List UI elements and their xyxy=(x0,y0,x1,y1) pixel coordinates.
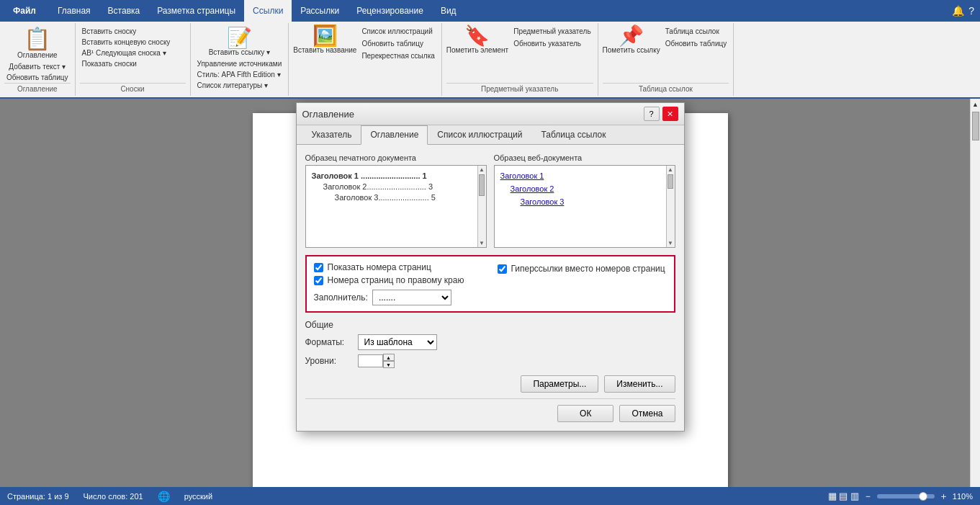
print-preview-h1: Заголовок 1 ........................... … xyxy=(312,171,480,180)
dialog-tabs: Указатель Оглавление Список иллюстраций … xyxy=(297,125,684,145)
parameters-button[interactable]: Параметры... xyxy=(521,375,598,393)
dialog-close-button[interactable]: ✕ xyxy=(662,107,678,121)
ribbon: Файл Главная Вставка Разметка страницы С… xyxy=(0,0,980,99)
scroll-up-arrow[interactable]: ▲ xyxy=(970,99,980,110)
ribbon-group-toc: 📋 Оглавление Добавить текст ▾ Обновить т… xyxy=(0,23,76,96)
tab-insert[interactable]: Вставка xyxy=(99,0,149,22)
status-right: ▦ ▤ ▥ － ＋ 110% xyxy=(828,490,973,503)
update-table-captions-button[interactable]: Обновить таблицу xyxy=(359,38,436,49)
dialog-tab-index[interactable]: Указатель xyxy=(302,125,361,144)
levels-input[interactable]: 3 xyxy=(358,354,383,367)
tab-view[interactable]: Вид xyxy=(432,0,465,22)
view-icons[interactable]: ▦ ▤ ▥ xyxy=(828,491,859,501)
next-footnote-button[interactable]: AB¹ Следующая сноска ▾ xyxy=(80,48,186,58)
list-illustrations-button[interactable]: Список иллюстраций xyxy=(359,26,436,37)
ribbon-content: 📋 Оглавление Добавить текст ▾ Обновить т… xyxy=(0,22,980,99)
bibliography-button[interactable]: Список литературы ▾ xyxy=(195,80,284,91)
ribbon-group-toc-label: Оглавление xyxy=(4,83,71,93)
scroll-thumb[interactable] xyxy=(972,112,979,140)
main-area: Оглавление Заголовок....................… xyxy=(0,99,980,499)
levels-up-button[interactable]: ▲ xyxy=(383,354,395,361)
right-align-checkbox[interactable] xyxy=(314,276,323,285)
update-table-refs-button[interactable]: Обновить таблицу xyxy=(663,38,729,49)
format-row: Форматы: Из шаблона xyxy=(305,334,675,350)
toc-large-button[interactable]: 📋 Оглавление xyxy=(14,26,61,61)
update-table-toc-button[interactable]: Обновить таблицу xyxy=(4,72,71,83)
web-link-3[interactable]: Заголовок 3 xyxy=(521,197,669,206)
filler-row: Заполнитель: ....... xyxy=(314,290,483,305)
words-status: Число слов: 201 xyxy=(84,492,143,501)
tab-layout[interactable]: Разметка страницы xyxy=(148,0,244,22)
web-preview-box: Заголовок 1 Заголовок 2 Заголовок 3 ▲ ▼ xyxy=(494,165,675,248)
manage-sources-button[interactable]: Управление источниками xyxy=(195,58,284,69)
show-page-numbers-label: Показать номера страниц xyxy=(328,262,431,272)
style-button[interactable]: Стиль: APA Fifth Edition ▾ xyxy=(195,69,284,80)
tab-mailings[interactable]: Рассылки xyxy=(292,0,348,22)
insert-footnote-button[interactable]: Вставить сноску xyxy=(80,26,186,37)
print-preview-scrollbar[interactable]: ▲ ▼ xyxy=(477,166,486,247)
show-page-numbers-row: Показать номера страниц xyxy=(314,262,483,272)
show-notes-button[interactable]: Показать сноски xyxy=(80,58,186,69)
ribbon-group-captions: 🖼️ Вставить название Список иллюстраций … xyxy=(289,23,442,96)
filler-select[interactable]: ....... xyxy=(372,290,451,305)
dialog-tab-figures[interactable]: Список иллюстраций xyxy=(428,125,531,144)
index-button[interactable]: Предметный указатель xyxy=(511,26,593,37)
right-align-label: Номера страниц по правому краю xyxy=(328,275,464,285)
ok-button[interactable]: ОК xyxy=(557,405,613,422)
zoom-out-button[interactable]: － xyxy=(863,490,873,503)
insert-citation-button[interactable]: 📝 Вставить ссылку ▾ xyxy=(195,26,284,58)
ribbon-group-index-label: Предметный указатель xyxy=(446,83,593,93)
mark-entry-button[interactable]: 🔖 Пометить элемент xyxy=(446,26,508,54)
ribbon-group-citations: 📝 Вставить ссылку ▾ Управление источника… xyxy=(191,23,289,96)
general-label: Общие xyxy=(305,320,675,330)
zoom-in-button[interactable]: ＋ xyxy=(939,490,948,503)
show-page-numbers-checkbox[interactable] xyxy=(314,263,323,272)
hyperlinks-label: Гиперссылки вместо номеров страниц xyxy=(511,264,665,274)
print-preview-h2: Заголовок 2........................... 3 xyxy=(323,182,480,191)
dialog-tab-toc[interactable]: Оглавление xyxy=(361,125,428,145)
hyperlinks-checkbox[interactable] xyxy=(498,264,507,274)
tab-home[interactable]: Главная xyxy=(49,0,99,22)
web-link-1[interactable]: Заголовок 1 xyxy=(500,171,669,180)
web-preview-scrollbar[interactable]: ▲ ▼ xyxy=(666,166,675,247)
options-section: Показать номера страниц Номера страниц п… xyxy=(305,255,675,313)
cancel-button[interactable]: Отмена xyxy=(619,405,675,422)
tab-review[interactable]: Рецензирование xyxy=(348,0,432,22)
ribbon-group-table-refs-label: Таблица ссылок xyxy=(603,83,729,93)
insert-caption-button[interactable]: 🖼️ Вставить название xyxy=(293,26,356,54)
mark-citation-button[interactable]: 📌 Пометить ссылку xyxy=(603,26,660,54)
zoom-level: 110% xyxy=(953,492,973,501)
ribbon-group-table-refs: 📌 Пометить ссылку Таблица ссылок Обновит… xyxy=(598,23,734,96)
hyperlinks-row: Гиперссылки вместо номеров страниц xyxy=(498,264,667,274)
web-link-2[interactable]: Заголовок 2 xyxy=(511,184,669,193)
levels-spinbox: 3 ▲ ▼ xyxy=(358,354,395,368)
ribbon-group-footnotes-label: Сноски xyxy=(80,83,186,93)
format-label: Форматы: xyxy=(305,337,352,347)
preview-panels: Образец печатного документа Заголовок 1 … xyxy=(305,153,675,248)
cross-reference-button[interactable]: Перекрестная ссылка xyxy=(359,50,436,61)
web-preview-label: Образец веб-документа xyxy=(494,153,675,162)
dialog-tab-table-refs[interactable]: Таблица ссылок xyxy=(531,125,615,144)
tab-references[interactable]: Ссылки xyxy=(244,0,292,22)
add-text-button[interactable]: Добавить текст ▾ xyxy=(6,61,68,72)
update-index-button[interactable]: Обновить указатель xyxy=(511,38,593,49)
levels-down-button[interactable]: ▼ xyxy=(383,361,395,368)
dialog-title: Оглавление xyxy=(302,109,354,120)
dialog-help-button[interactable]: ? xyxy=(644,107,660,121)
filler-label: Заполнитель: xyxy=(314,292,368,303)
vertical-scrollbar[interactable]: ▲ ▼ xyxy=(970,99,980,499)
dialog-footer-main: ОК Отмена xyxy=(305,398,675,422)
modify-button[interactable]: Изменить... xyxy=(604,375,675,393)
insert-endnote-button[interactable]: Вставить концевую сноску xyxy=(80,37,186,48)
ribbon-group-footnotes: Вставить сноску Вставить концевую сноску… xyxy=(76,23,191,96)
zoom-bar[interactable] xyxy=(877,494,935,499)
language-status: русский xyxy=(184,492,212,501)
dialog-titlebar: Оглавление ? ✕ xyxy=(297,103,684,125)
file-tab[interactable]: Файл xyxy=(0,0,49,22)
dialog-body: Образец печатного документа Заголовок 1 … xyxy=(297,145,684,431)
format-select[interactable]: Из шаблона xyxy=(358,334,437,350)
table-refs-button[interactable]: Таблица ссылок xyxy=(663,26,729,37)
print-preview-box: Заголовок 1 ........................... … xyxy=(305,165,487,248)
print-preview-label: Образец печатного документа xyxy=(305,153,487,162)
left-options: Показать номера страниц Номера страниц п… xyxy=(314,262,483,305)
